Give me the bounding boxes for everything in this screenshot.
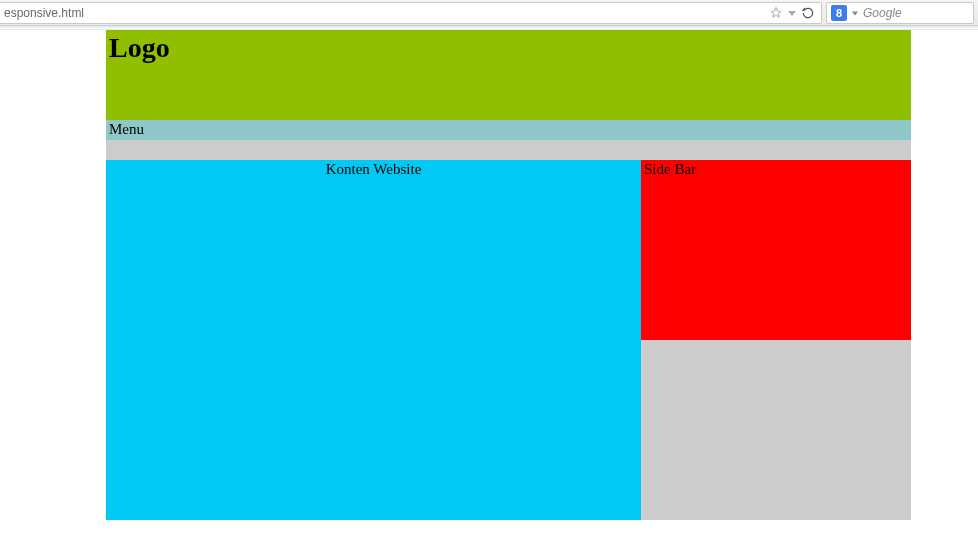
content-title: Konten Website	[326, 161, 422, 177]
search-engine-dropdown-icon[interactable]	[851, 9, 859, 17]
browser-toolbar: esponsive.html 8 Google	[0, 0, 978, 26]
main-content: Konten Website	[106, 160, 641, 520]
address-bar-tools	[763, 6, 821, 20]
search-engine-badge-icon: 8	[831, 5, 847, 21]
site-menu[interactable]: Menu	[106, 120, 911, 140]
url-text: esponsive.html	[4, 6, 84, 20]
menu-label: Menu	[109, 121, 144, 137]
address-bar[interactable]: esponsive.html	[0, 2, 822, 24]
page-wrapper: Logo Menu Konten Website Side Bar	[106, 30, 911, 520]
layout-spacer	[106, 140, 911, 160]
site-logo: Logo	[109, 32, 908, 64]
page-viewport: Logo Menu Konten Website Side Bar	[0, 30, 978, 545]
main-row: Konten Website Side Bar	[106, 160, 911, 520]
site-header: Logo	[106, 30, 911, 120]
search-box[interactable]: 8 Google	[826, 2, 974, 24]
reload-icon[interactable]	[801, 6, 815, 20]
history-dropdown-icon[interactable]	[787, 8, 797, 18]
sidebar-title: Side Bar	[644, 161, 696, 177]
sidebar: Side Bar	[641, 160, 911, 340]
bookmark-star-icon[interactable]	[769, 6, 783, 20]
search-placeholder: Google	[863, 6, 902, 20]
